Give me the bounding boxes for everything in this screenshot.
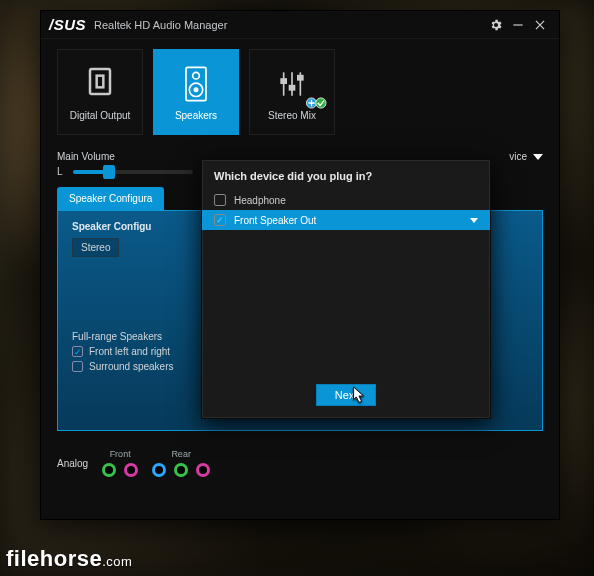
watermark: filehorse.com (6, 546, 132, 572)
analog-ports: Analog Front Rear (41, 439, 559, 483)
speakers-icon (176, 64, 216, 104)
port-group-label: Front (110, 449, 131, 459)
checkbox-icon (72, 361, 83, 372)
option-front-speaker-out[interactable]: Front Speaker Out (202, 210, 490, 230)
close-button[interactable] (529, 14, 551, 36)
chevron-down-icon (470, 218, 478, 223)
gear-icon (489, 18, 503, 32)
svg-rect-8 (281, 79, 286, 83)
checkbox-label: Front left and right (89, 346, 170, 357)
minimize-button[interactable] (507, 14, 529, 36)
chevron-down-icon (533, 154, 543, 160)
port-group-label: Rear (171, 449, 191, 459)
jack-port[interactable] (196, 463, 210, 477)
device-selector-text: vice (509, 151, 527, 162)
dialog-title: Which device did you plug in? (202, 160, 490, 190)
checkbox-label: Surround speakers (89, 361, 174, 372)
jack-port[interactable] (152, 463, 166, 477)
tab-speaker-config[interactable]: Speaker Configura (57, 187, 164, 210)
brand-logo: /SUS (49, 16, 86, 33)
minimize-icon (511, 18, 525, 32)
device-tab-digital[interactable]: Digital Output (57, 49, 143, 135)
checkbox-icon (214, 194, 226, 206)
volume-slider[interactable] (73, 170, 193, 174)
device-tab-label: Digital Output (70, 110, 131, 121)
device-selector[interactable]: vice (509, 151, 543, 162)
settings-button[interactable] (485, 14, 507, 36)
device-tabs: Digital Output Speakers Stereo (41, 39, 559, 143)
checkbox-surround[interactable]: Surround speakers (72, 361, 174, 372)
svg-point-14 (316, 98, 326, 108)
fullrange-label: Full-range Speakers (72, 331, 174, 342)
main-volume-label: Main Volume (57, 151, 115, 162)
jack-port[interactable] (174, 463, 188, 477)
app-window: /SUS Realtek HD Audio Manager Digital Ou… (40, 10, 560, 520)
checkbox-front-lr[interactable]: Front left and right (72, 346, 174, 357)
plugin-dialog: Which device did you plug in? Headphone … (201, 159, 491, 419)
svg-rect-12 (298, 75, 303, 79)
device-tab-speakers[interactable]: Speakers (153, 49, 239, 135)
analog-label: Analog (57, 458, 88, 469)
port-group-rear: Rear (152, 449, 210, 477)
speaker-config-dropdown[interactable]: Stereo (72, 238, 119, 257)
dropdown-value: Stereo (81, 242, 110, 253)
svg-rect-10 (290, 85, 295, 89)
device-tab-label: Speakers (175, 110, 217, 121)
checkbox-icon (72, 346, 83, 357)
checkbox-icon (214, 214, 226, 226)
jack-port[interactable] (124, 463, 138, 477)
port-group-front: Front (102, 449, 138, 477)
svg-point-4 (193, 72, 200, 79)
status-badge-icon (306, 96, 328, 112)
option-headphone[interactable]: Headphone (202, 190, 490, 210)
channel-label: L (57, 166, 63, 177)
option-label: Front Speaker Out (234, 215, 316, 226)
titlebar: /SUS Realtek HD Audio Manager (41, 11, 559, 39)
svg-point-6 (194, 87, 199, 92)
option-label: Headphone (234, 195, 286, 206)
svg-rect-1 (90, 69, 110, 94)
svg-rect-2 (97, 75, 104, 87)
svg-rect-0 (513, 24, 522, 25)
device-tab-stereomix[interactable]: Stereo Mix (249, 49, 335, 135)
jack-port[interactable] (102, 463, 116, 477)
close-icon (533, 18, 547, 32)
digital-output-icon (80, 64, 120, 104)
cursor-icon (350, 386, 368, 408)
window-title: Realtek HD Audio Manager (94, 19, 227, 31)
